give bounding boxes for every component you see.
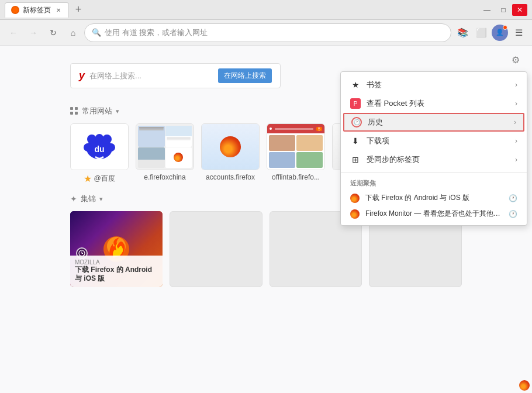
address-text: 使用 有道 搜索，或者输入网址 xyxy=(105,27,208,38)
menu-item-downloads[interactable]: ⬇ 下载项 › xyxy=(341,132,527,150)
offlintab-header: 5 xyxy=(267,124,324,133)
history-arrow: › xyxy=(514,118,516,126)
recent-item-2-clock: 🕐 xyxy=(509,210,517,218)
tab-close-button[interactable]: ✕ xyxy=(54,6,63,14)
baidu-label-row: ★ @百度 xyxy=(84,173,115,184)
menu-item-bookmarks[interactable]: ★ 书签 › xyxy=(341,75,527,94)
pocket-icon-box: P xyxy=(350,98,361,109)
fc-cell-3 xyxy=(138,147,165,168)
pocket-arrow: › xyxy=(515,99,517,108)
offlintab-thumb-inner: 5 xyxy=(267,124,324,170)
nav-right-buttons: 📚 ⬜ 👤 ☰ xyxy=(454,24,527,42)
minimize-button[interactable]: — xyxy=(479,4,495,16)
fc-cell-4 xyxy=(165,147,192,168)
offlintab-num: 5 xyxy=(316,127,322,131)
restore-button[interactable]: □ xyxy=(496,4,511,16)
baidu-thumbnail: du xyxy=(70,123,129,170)
highlight-title: 下载 Firefox 的 Android 与 iOS 版 xyxy=(75,266,158,284)
offlintab-dot xyxy=(270,127,272,130)
refresh-button[interactable]: ↻ xyxy=(44,24,62,42)
baidu-logo-svg: du xyxy=(79,126,120,167)
search-button[interactable]: 在网络上搜索 xyxy=(218,68,272,83)
search-icon: 🔍 xyxy=(92,28,101,37)
back-button[interactable]: ← xyxy=(5,24,22,42)
highlights-label: 集锦 xyxy=(81,194,96,204)
menu-button[interactable]: ☰ xyxy=(510,24,527,42)
site-accounts-firefox[interactable]: accounts.firefox xyxy=(201,123,260,184)
firefoxchina-label: e.firefoxchina xyxy=(144,173,185,181)
search-input-placeholder: 在网络上搜索... xyxy=(89,71,213,81)
offlintab-thumbnail: 5 xyxy=(267,123,325,170)
accounts-thumbnail xyxy=(201,123,260,170)
svg-point-3 xyxy=(84,143,92,151)
common-sites-chevron[interactable]: ▾ xyxy=(116,108,119,115)
svg-point-2 xyxy=(102,135,112,144)
offlintab-label: offlintab.firefo... xyxy=(272,173,320,181)
menu-item-history[interactable]: 🕐 历史 › xyxy=(343,113,524,132)
highlight-sublabel: MOZILLA xyxy=(75,259,158,266)
pin-icon: ★ xyxy=(84,173,92,184)
recent-title: 近期聚焦 xyxy=(341,177,527,190)
common-sites-label: 常用网站 xyxy=(82,106,112,116)
fc-cell-2 xyxy=(165,126,192,147)
site-baidu[interactable]: du ★ @百度 xyxy=(70,123,129,184)
download-icon: ⬇ xyxy=(350,136,361,146)
baidu-label: @百度 xyxy=(94,174,115,184)
downloads-arrow: › xyxy=(515,137,517,145)
dropdown-menu: ★ 书签 › P 查看 Pocket 列表 › 🕐 历史 › ⬇ 下载项 › xyxy=(340,71,527,226)
navbar: ← → ↻ ⌂ 🔍 使用 有道 搜索，或者输入网址 📚 ⬜ 👤 ☰ xyxy=(0,20,532,46)
recent-item-1-clock: 🕐 xyxy=(509,194,517,202)
svg-point-4 xyxy=(107,143,115,151)
sync-label: 受同步的标签页 xyxy=(367,154,509,165)
recent-item-2-text: Firefox Monitor — 看看您是否也处于其他公司的... xyxy=(365,209,503,219)
bookmark-icon: ★ xyxy=(350,80,361,90)
window-controls: — □ ✕ xyxy=(479,4,527,16)
tab-favicon xyxy=(11,6,19,14)
gear-button[interactable]: ⚙ xyxy=(507,51,524,68)
recent-item-2[interactable]: Firefox Monitor — 看看您是否也处于其他公司的... 🕐 xyxy=(341,206,527,222)
site-firefoxchina[interactable]: e.firefoxchina xyxy=(136,123,194,184)
search-box[interactable]: y 在网络上搜索... 在网络上搜索 xyxy=(70,63,281,88)
highlight-empty-1 xyxy=(170,211,262,287)
pocket-label: 查看 Pocket 列表 xyxy=(367,98,509,109)
address-bar[interactable]: 🔍 使用 有道 搜索，或者输入网址 xyxy=(84,23,451,42)
site-offlintab[interactable]: 5 offlintab.firefo... xyxy=(267,123,325,184)
history-clock-icon: 🕐 xyxy=(351,117,362,127)
svg-text:du: du xyxy=(94,144,104,154)
highlights-chevron[interactable]: ▾ xyxy=(99,195,103,203)
menu-item-sync[interactable]: ⊞ 受同步的标签页 › xyxy=(341,150,527,169)
pocket-icon: P xyxy=(350,98,361,109)
tab-label: 新标签页 xyxy=(23,5,51,15)
highlights-star-icon: ✦ xyxy=(70,194,77,204)
offlintab-body xyxy=(267,133,324,170)
recent-item-1-icon xyxy=(350,194,360,203)
titlebar: 新标签页 ✕ + — □ ✕ xyxy=(0,0,532,20)
sidebar-button[interactable]: ⬜ xyxy=(472,24,490,42)
close-button[interactable]: ✕ xyxy=(512,4,527,16)
active-tab[interactable]: 新标签页 ✕ xyxy=(5,2,69,18)
downloads-label: 下载项 xyxy=(367,136,509,146)
highlight-item-firefox[interactable]: MOZILLA 下载 Firefox 的 Android 与 iOS 版 xyxy=(70,211,163,287)
recent-item-2-icon xyxy=(350,209,360,219)
youdao-logo: y xyxy=(79,70,85,82)
forward-button[interactable]: → xyxy=(25,24,42,42)
main-content: ⚙ y 在网络上搜索... 在网络上搜索 常用网站 ▾ xyxy=(0,46,532,393)
fc-cell-1 xyxy=(138,126,165,147)
library-button[interactable]: 📚 xyxy=(454,24,471,42)
accounts-thumb-inner xyxy=(202,124,259,170)
menu-item-pocket[interactable]: P 查看 Pocket 列表 › xyxy=(341,94,527,113)
accounts-label: accounts.firefox xyxy=(206,173,255,181)
history-icon: 🕐 xyxy=(351,117,362,127)
profile-area[interactable]: 👤 xyxy=(491,24,509,42)
history-label: 历史 xyxy=(368,117,508,127)
recent-item-1[interactable]: 下载 Firefox 的 Android 与 iOS 版 🕐 xyxy=(341,190,527,206)
svg-point-1 xyxy=(87,135,96,144)
highlight-label: MOZILLA 下载 Firefox 的 Android 与 iOS 版 xyxy=(70,256,163,287)
new-tab-button[interactable]: + xyxy=(71,3,85,17)
home-button[interactable]: ⌂ xyxy=(64,24,82,42)
sync-arrow: › xyxy=(515,156,517,164)
sync-icon: ⊞ xyxy=(350,154,361,165)
firefoxchina-grid xyxy=(136,124,194,170)
settings-area: ⚙ xyxy=(507,51,524,68)
recent-item-1-text: 下载 Firefox 的 Android 与 iOS 版 xyxy=(365,193,503,203)
